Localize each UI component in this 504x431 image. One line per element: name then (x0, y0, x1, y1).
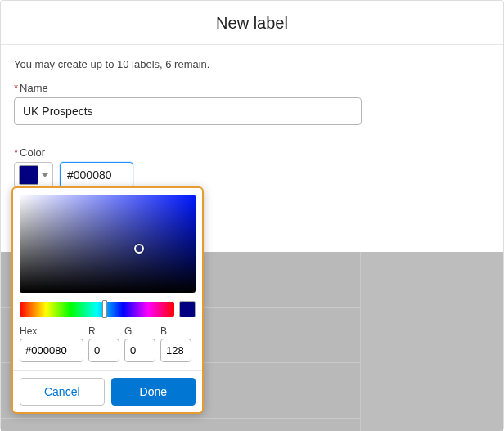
sv-thumb[interactable] (134, 244, 144, 254)
preview-swatch (179, 301, 196, 317)
hue-row (20, 301, 196, 317)
hue-thumb[interactable] (102, 300, 107, 318)
picker-done-button[interactable]: Done (111, 378, 196, 406)
hex-label: Hex (20, 325, 83, 337)
hex-column: Hex (20, 325, 83, 362)
r-column: R (88, 325, 119, 362)
picker-cancel-button[interactable]: Cancel (20, 378, 105, 406)
modal-title: New label (1, 14, 503, 33)
color-row (14, 162, 490, 188)
saturation-value-area[interactable] (20, 195, 196, 293)
color-label: *Color (14, 146, 490, 159)
picker-b-input[interactable] (160, 339, 191, 362)
required-icon: * (14, 82, 18, 94)
b-column: B (160, 325, 191, 362)
picker-g-input[interactable] (124, 339, 155, 362)
hue-slider[interactable] (20, 302, 174, 317)
picker-r-input[interactable] (88, 339, 119, 362)
side-panel (360, 252, 503, 431)
g-label: G (124, 325, 155, 337)
r-label: R (88, 325, 119, 337)
g-column: G (124, 325, 155, 362)
color-picker-popover: Hex R G B Cancel Done (11, 186, 204, 414)
divider (13, 370, 202, 371)
color-swatch-icon (19, 165, 38, 185)
color-field: *Color (14, 146, 490, 188)
picker-values: Hex R G B (20, 325, 196, 362)
required-icon: * (14, 146, 18, 159)
name-input[interactable] (14, 97, 362, 125)
name-label: *Name (14, 82, 490, 94)
picker-footer: Cancel Done (20, 378, 196, 406)
color-hex-input[interactable] (60, 162, 133, 188)
color-swatch-button[interactable] (14, 162, 53, 188)
chevron-down-icon (42, 173, 48, 177)
b-label: B (160, 325, 191, 337)
hint-text: You may create up to 10 labels, 6 remain… (14, 58, 490, 70)
name-field: *Name (14, 82, 490, 125)
modal-header: New label (1, 1, 503, 45)
picker-hex-input[interactable] (20, 339, 83, 362)
